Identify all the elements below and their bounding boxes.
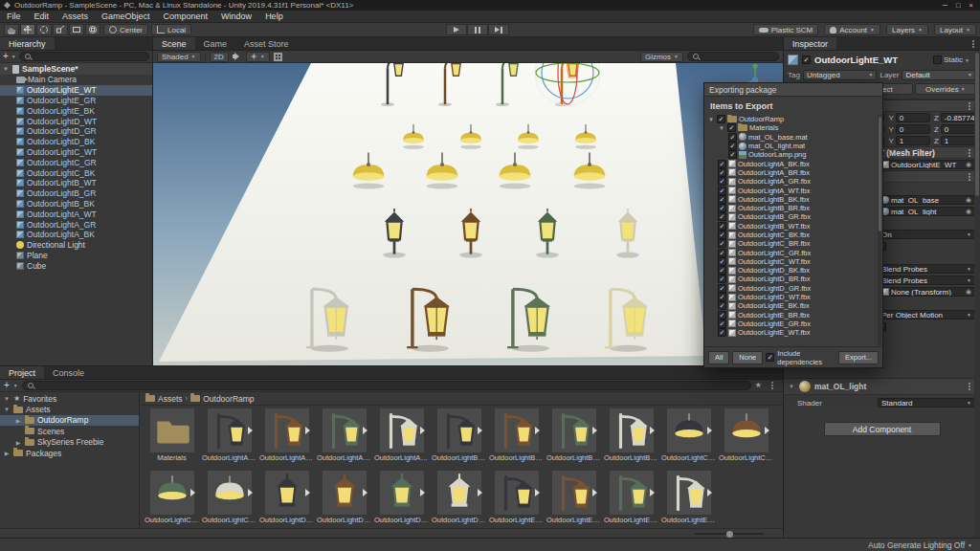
auto-generate-lighting-button[interactable]: Auto Generate Lighting Off ▼ [868, 540, 972, 550]
foldout-icon[interactable]: ▶ [14, 439, 22, 446]
shading-mode-dropdown[interactable]: Shaded▼ [157, 52, 201, 62]
chevron-down-icon[interactable]: ▼ [965, 57, 969, 63]
export-item-outdoorlightb-gr-fbx[interactable]: OutdoorLightB_GR.fbx [705, 212, 877, 221]
project-tree-packages[interactable]: ▶Packages [0, 448, 139, 458]
cast-shadows-field[interactable]: On [878, 230, 975, 239]
scene-header-row[interactable]: ▼ SampleScene* [0, 63, 152, 75]
expand-arrow-icon[interactable] [592, 427, 597, 434]
menu-file[interactable]: File [0, 11, 28, 21]
grid-toggle-icon[interactable] [274, 53, 282, 61]
hierarchy-item-outdoorlightb-wt[interactable]: OutdoorLightB_WT [0, 178, 152, 188]
export-item-outdoorlightd-wt-fbx[interactable]: OutdoorLightD_WT.fbx [705, 293, 877, 301]
play-button[interactable] [446, 24, 467, 35]
expand-arrow-icon[interactable] [707, 427, 712, 434]
item-checkbox[interactable] [718, 249, 726, 257]
expand-arrow-icon[interactable] [190, 489, 195, 496]
export-item-outdoorlighta-wt-fbx[interactable]: OutdoorLightA_WT.fbx [705, 186, 877, 194]
hierarchy-item-directional-light[interactable]: Directional Light [0, 240, 152, 251]
foldout-icon[interactable]: ▶ [3, 450, 11, 456]
rotation-z-field[interactable]: 0 [941, 124, 975, 134]
include-dependencies-checkbox[interactable] [766, 353, 774, 362]
asset-outdoorlightb-br[interactable]: OutdoorLightB_BR [488, 408, 545, 470]
project-tree-skyseries-freebie[interactable]: ▶SkySeries Freebie [0, 437, 139, 448]
scene-search-input[interactable] [687, 52, 779, 61]
tab-project[interactable]: Project [0, 366, 44, 379]
layout-dropdown[interactable]: Layout▼ [934, 24, 976, 35]
item-checkbox[interactable] [718, 275, 726, 283]
static-checkbox[interactable] [933, 55, 942, 64]
kebab-menu-icon[interactable] [972, 43, 974, 45]
hierarchy-item-outdoorlighte-bk[interactable]: OutdoorLightE_BK [0, 105, 152, 116]
step-button[interactable] [488, 24, 509, 35]
export-item-outdoorlightd-br-fbx[interactable]: OutdoorLightD_BR.fbx [705, 275, 877, 283]
item-checkbox[interactable] [718, 231, 726, 239]
export-item-outdoorlighte-br-fbx[interactable]: OutdoorLightE_BR.fbx [705, 311, 877, 320]
expand-arrow-icon[interactable] [535, 489, 540, 496]
saved-search-icon[interactable]: ★ [755, 382, 762, 389]
create-menu-button[interactable]: + [4, 381, 10, 390]
export-item-outdoorlightc-br-fbx[interactable]: OutdoorLightC_BR.fbx [705, 239, 877, 248]
mesh-field[interactable]: OutdoorLightE_WT [878, 160, 975, 169]
anchor-override-field[interactable]: None (Transform) [878, 287, 975, 297]
asset-outdoorlightd-gr[interactable]: OutdoorLightD_GR [373, 471, 430, 528]
hierarchy-item-outdoorlighte-gr[interactable]: OutdoorLightE_GR [0, 96, 152, 106]
expand-arrow-icon[interactable] [305, 489, 310, 496]
expand-arrow-icon[interactable] [707, 489, 712, 496]
foldout-icon[interactable]: ▶ [14, 417, 22, 424]
asset-outdoorlightd-br[interactable]: OutdoorLightD_BR [316, 471, 372, 528]
tag-dropdown[interactable]: Untagged▼ [803, 70, 878, 80]
2d-toggle-button[interactable]: 2D [210, 52, 229, 62]
expand-arrow-icon[interactable] [765, 427, 769, 434]
motion-vectors-field[interactable]: Per Object Motion [878, 310, 975, 320]
project-tree-outdoorramp[interactable]: ▶OutdoorRamp [0, 415, 139, 426]
breadcrumb-item[interactable]: OutdoorRamp [203, 394, 254, 404]
minimize-button[interactable]: ─ [943, 1, 947, 10]
pause-button[interactable] [467, 24, 488, 35]
export-item-outdoorlamp-png[interactable]: OutdoorLamp.png [705, 150, 877, 159]
expand-arrow-icon[interactable] [650, 427, 655, 434]
material-header[interactable]: ▼ mat_OL_light [784, 378, 980, 395]
reflection-probes-field[interactable]: Blend Probes [878, 276, 975, 285]
item-checkbox[interactable] [728, 133, 737, 142]
pivot-toggle-button[interactable]: Center [103, 24, 148, 35]
expand-arrow-icon[interactable] [305, 427, 310, 434]
item-checkbox[interactable] [718, 195, 726, 204]
expand-arrow-icon[interactable] [248, 489, 253, 496]
foldout-icon[interactable]: ▼ [788, 384, 795, 389]
maximize-button[interactable]: □ [956, 1, 961, 10]
expand-arrow-icon[interactable] [363, 427, 368, 434]
expand-arrow-icon[interactable] [248, 427, 253, 434]
hand-tool-button[interactable] [4, 24, 19, 35]
item-checkbox[interactable] [718, 160, 726, 168]
foldout-icon[interactable]: ▼ [718, 125, 725, 131]
hierarchy-item-outdoorlightd-wt[interactable]: OutdoorLightD_WT [0, 116, 152, 126]
hierarchy-item-cube[interactable]: Cube [0, 260, 152, 271]
hierarchy-item-plane[interactable]: Plane [0, 251, 152, 261]
position-z-field[interactable]: -0.85774 [941, 113, 975, 122]
export-item-mat-ol-light-mat[interactable]: mat_OL_light.mat [705, 142, 877, 150]
expand-arrow-icon[interactable] [363, 489, 368, 496]
expand-arrow-icon[interactable] [420, 489, 425, 496]
item-checkbox[interactable] [718, 177, 726, 186]
move-tool-button[interactable] [20, 24, 35, 35]
position-y-field[interactable]: 0 [896, 113, 930, 122]
zoom-slider-thumb[interactable] [726, 531, 733, 538]
rect-tool-button[interactable] [69, 24, 84, 35]
tab-scene[interactable]: Scene [153, 37, 195, 50]
item-checkbox[interactable] [718, 168, 726, 177]
export-item-outdoorlighte-wt-fbx[interactable]: OutdoorLightE_WT.fbx [705, 328, 877, 337]
export-item-outdoorlighta-br-fbx[interactable]: OutdoorLightA_BR.fbx [705, 168, 877, 177]
foldout-icon[interactable]: ▼ [3, 396, 11, 402]
project-tree-assets[interactable]: ▼Assets [0, 404, 139, 414]
item-checkbox[interactable] [718, 222, 726, 231]
asset-outdoorlightb-wt[interactable]: OutdoorLightB_WT [603, 408, 659, 470]
light-probes-field[interactable]: Blend Probes [878, 264, 975, 274]
item-checkbox[interactable] [718, 284, 726, 293]
asset-outdoorlightc-bk[interactable]: OutdoorLightC_BK [660, 408, 717, 470]
item-checkbox[interactable] [718, 266, 726, 275]
export-item-outdoorlightc-bk-fbx[interactable]: OutdoorLightC_BK.fbx [705, 231, 877, 239]
item-checkbox[interactable] [728, 142, 737, 150]
menu-window[interactable]: Window [214, 11, 258, 21]
asset-outdoorlighte-br[interactable]: OutdoorLightE_BR [546, 471, 602, 528]
menu-gameobject[interactable]: GameObject [95, 11, 157, 21]
